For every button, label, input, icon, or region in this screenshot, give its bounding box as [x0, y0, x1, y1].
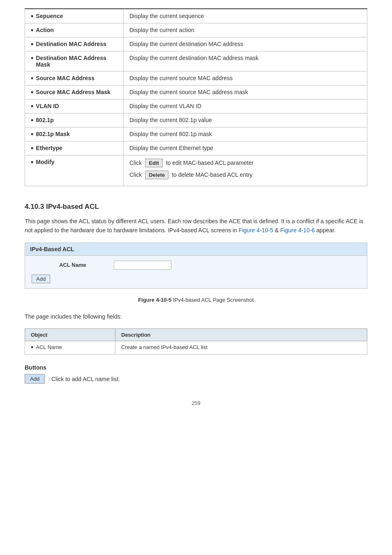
- add-acl-button[interactable]: Add: [25, 374, 45, 384]
- row-description: Display the current action: [124, 23, 367, 37]
- table-row: • Sepuence Display the current sequence: [25, 9, 367, 23]
- field-object-cell: • ACL Name: [25, 341, 115, 354]
- fields-intro: The page includes the following fields:: [25, 312, 367, 321]
- bullet-icon: •: [31, 26, 33, 34]
- label-cell: • VLAN ID: [31, 103, 118, 110]
- edit-prefix: Click: [129, 160, 142, 166]
- row-label: Sepuence: [36, 13, 63, 19]
- label-cell: • Modify: [31, 159, 118, 166]
- row-label: Modify: [36, 159, 54, 165]
- table-row: • Destination MAC Address Display the cu…: [25, 37, 367, 51]
- desc-part2: appear.: [315, 227, 336, 234]
- fields-table: Object Description • ACL Name Create a n…: [25, 328, 367, 354]
- row-description: Display the current 802.1p mask: [124, 127, 367, 141]
- row-label: Ethertype: [36, 145, 62, 151]
- row-label: Destination MAC AddressMask: [36, 55, 106, 68]
- table-row: • Ethertype Display the current Ethernet…: [25, 141, 367, 155]
- row-description: Display the current 802.1p value: [124, 113, 367, 127]
- acl-panel: IPv4-Based ACL ACL Name Add: [25, 243, 367, 289]
- acl-form-row: ACL Name: [32, 261, 360, 270]
- buttons-label: Buttons: [25, 364, 367, 371]
- delete-button[interactable]: Delete: [145, 171, 168, 179]
- bullet-icon: •: [31, 130, 33, 138]
- row-description: Display the current Ethernet type: [124, 141, 367, 155]
- bullet-icon: •: [31, 40, 33, 48]
- row-label: Destination MAC Address: [36, 41, 106, 47]
- table-row: • 802.1p Mask Display the current 802.1p…: [25, 127, 367, 141]
- col-description: Description: [115, 329, 367, 341]
- desc-between: &: [273, 227, 280, 234]
- col-object: Object: [25, 329, 115, 341]
- panel-add-button[interactable]: Add: [32, 275, 50, 283]
- bullet-icon: •: [31, 12, 33, 20]
- figure-caption-text: IPv4-based ACL Page Screenshot: [171, 297, 254, 303]
- acl-add-row: Add: [32, 274, 360, 283]
- delete-row: Click Delete to delete MAC-based ACL ent…: [129, 171, 361, 179]
- table-row: • VLAN ID Display the current VLAN ID: [25, 99, 367, 113]
- bullet-icon: •: [31, 88, 33, 96]
- modify-cell: Click Edit to edit MAC-based ACL paramet…: [124, 155, 367, 186]
- row-label: Source MAC Address Mask: [36, 89, 111, 95]
- page-number: 259: [25, 400, 367, 406]
- row-label: 802.1p Mask: [36, 131, 70, 137]
- label-cell: • Action: [31, 27, 118, 34]
- field-description-cell: Create a named IPv4-based ACL list: [115, 341, 367, 354]
- figure-caption: Figure 4-10-5 IPv4-based ACL Page Screen…: [25, 297, 367, 303]
- bullet-icon: •: [31, 102, 33, 110]
- delete-suffix: to delete MAC-based ACL entry: [172, 171, 252, 178]
- add-button-description: : Click to add ACL name list.: [48, 376, 120, 382]
- bullet-icon: •: [31, 116, 33, 124]
- row-label: Source MAC Address: [36, 75, 95, 81]
- table-row: • Source MAC Address Display the current…: [25, 72, 367, 86]
- row-description: Display the current destination MAC addr…: [124, 37, 367, 51]
- figure-link-2[interactable]: Figure 4-10-6: [280, 227, 315, 234]
- table-row: • 802.1p Display the current 802.1p valu…: [25, 113, 367, 127]
- table-row: • Modify Click Edit to edit MAC-based AC…: [25, 155, 367, 186]
- acl-name-input[interactable]: [114, 261, 171, 270]
- table-row: • Source MAC Address Mask Display the cu…: [25, 86, 367, 99]
- edit-row: Click Edit to edit MAC-based ACL paramet…: [129, 159, 361, 167]
- acl-panel-body: ACL Name Add: [25, 256, 367, 288]
- fields-table-header-row: Object Description: [25, 329, 367, 341]
- delete-prefix: Click: [129, 171, 142, 178]
- bullet-icon: •: [31, 74, 33, 82]
- table-row: • Action Display the current action: [25, 23, 367, 37]
- buttons-section: Buttons Add : Click to add ACL name list…: [25, 364, 367, 384]
- label-cell: • Destination MAC AddressMask: [31, 55, 118, 68]
- bullet-icon: •: [31, 144, 33, 152]
- field-label: ACL Name: [36, 344, 62, 350]
- label-cell: • Sepuence: [31, 13, 118, 20]
- label-cell: • Source MAC Address: [31, 75, 118, 82]
- label-cell: • Source MAC Address Mask: [31, 89, 118, 96]
- row-description: Display the current destination MAC addr…: [124, 51, 367, 72]
- row-description: Display the current sequence: [124, 9, 367, 23]
- buttons-row: Add : Click to add ACL name list.: [25, 374, 367, 384]
- acl-panel-header: IPv4-Based ACL: [25, 243, 367, 256]
- acl-name-label: ACL Name: [32, 262, 114, 268]
- row-description: Display the current source MAC address m…: [124, 86, 367, 99]
- mac-acl-table: • Sepuence Display the current sequence …: [25, 9, 367, 186]
- bullet-icon: •: [31, 344, 33, 351]
- label-cell: • Destination MAC Address: [31, 41, 118, 48]
- table-row: • ACL Name Create a named IPv4-based ACL…: [25, 341, 367, 354]
- table-row: • Destination MAC AddressMask Display th…: [25, 51, 367, 72]
- field-label-cell: • ACL Name: [31, 344, 109, 351]
- edit-suffix: to edit MAC-based ACL parameter: [166, 160, 254, 166]
- label-cell: • Ethertype: [31, 145, 118, 152]
- row-description: Display the current VLAN ID: [124, 99, 367, 113]
- row-label: VLAN ID: [36, 103, 59, 109]
- section-description: This page shows the ACL status by differ…: [25, 217, 367, 235]
- row-label: 802.1p: [36, 117, 54, 123]
- label-cell: • 802.1p: [31, 117, 118, 124]
- figure-link-1[interactable]: Figure 4-10-5: [239, 227, 273, 234]
- row-label: Action: [36, 27, 54, 33]
- bullet-icon: •: [31, 158, 33, 166]
- label-cell: • 802.1p Mask: [31, 131, 118, 138]
- row-description: Display the current source MAC address: [124, 72, 367, 86]
- bullet-icon: •: [31, 54, 33, 62]
- section-heading: 4.10.3 IPv4-based ACL: [25, 203, 367, 211]
- edit-button[interactable]: Edit: [145, 159, 163, 167]
- figure-caption-bold: Figure 4-10-5: [138, 297, 171, 303]
